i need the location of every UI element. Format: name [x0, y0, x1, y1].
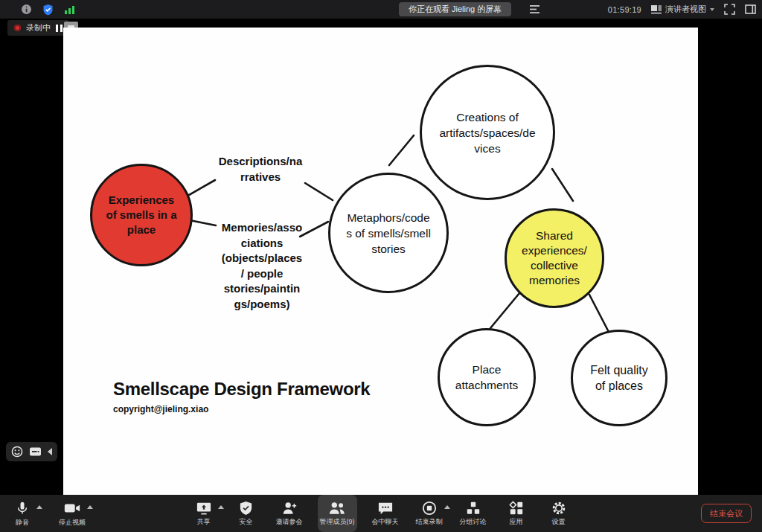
stop-recording-icon: [422, 501, 437, 516]
recording-dot-icon: [14, 25, 21, 31]
apps-label: 应用: [510, 517, 523, 527]
participants-icon: [328, 501, 346, 516]
reactions-smiley-icon[interactable]: [11, 446, 23, 458]
share-label: 共享: [197, 517, 211, 527]
participants-label: 管理成员(9): [320, 517, 355, 527]
invite-button[interactable]: 邀请参会: [274, 495, 305, 532]
diagram-title: Smellscape Design Framework: [113, 379, 370, 400]
recording-label: 录制中: [26, 22, 51, 33]
diagram-node-shared-memories: Shared experiences/ collective memories: [505, 208, 604, 308]
share-screen-icon: [196, 501, 212, 516]
menu-bar-left: [21, 0, 76, 19]
recording-indicator: 录制中: [7, 20, 69, 36]
invite-person-icon: [281, 501, 298, 516]
diagram-node-metaphors: Metaphors/code s of smells/smell stories: [328, 173, 449, 293]
watching-screen-banner: 你正在观看 Jieling 的屏幕: [399, 2, 511, 16]
reactions-pill: [6, 442, 57, 461]
fullscreen-icon[interactable]: [724, 4, 735, 15]
manage-participants-button[interactable]: 管理成员(9): [318, 495, 357, 532]
chat-label: 会中聊天: [372, 517, 399, 527]
chat-bubble-icon: [377, 501, 394, 516]
end-meeting-button[interactable]: 结束会议: [701, 504, 752, 523]
apps-grid-icon: [509, 501, 524, 516]
diagram-node-felt-quality: Felt quality of places: [571, 330, 667, 426]
invite-label: 邀请参会: [276, 517, 303, 527]
edge-label-descriptions: Descriptions/na rratives: [202, 153, 318, 185]
info-icon[interactable]: [21, 4, 32, 15]
breakout-label: 分组讨论: [460, 517, 487, 527]
diagram-node-experiences: Experiences of smells in a place: [90, 164, 193, 266]
collapse-reactions-icon[interactable]: [48, 448, 52, 455]
meeting-timer: 01:59:19: [608, 5, 641, 14]
diagram-copyright: copyright@jieling.xiao: [113, 404, 208, 414]
view-mode-label: 演讲者视图: [665, 4, 706, 15]
view-mode-caret-icon: [710, 8, 714, 11]
signal-strength-icon[interactable]: [64, 4, 76, 15]
diagram-node-creations: Creations of artifacts/spaces/de vices: [420, 65, 555, 200]
security-shield-icon: [239, 501, 253, 516]
edge-label-memories: Memories/asso ciations (objects/places /…: [202, 220, 321, 312]
view-mode-button[interactable]: 演讲者视图: [651, 4, 714, 15]
toolbar-center-group: 共享 安全 邀请参会: [0, 495, 762, 532]
diagram-node-place-attachments: Place attachments: [438, 328, 536, 426]
menu-bar-right: 01:59:19 演讲者视图: [608, 0, 756, 19]
watching-screen-text: 你正在观看 Jieling 的屏幕: [409, 4, 502, 15]
share-options-caret-icon[interactable]: [218, 505, 224, 509]
settings-label: 设置: [552, 517, 566, 527]
settings-button[interactable]: 设置: [544, 495, 574, 532]
breakout-rooms-icon: [466, 501, 481, 516]
share-screen-button[interactable]: 共享: [189, 495, 219, 532]
stop-recording-toolbar-button[interactable]: 结束录制: [414, 495, 445, 532]
recording-options-caret-icon[interactable]: [444, 505, 450, 509]
security-label: 安全: [240, 517, 253, 527]
side-panel-icon[interactable]: [745, 4, 756, 14]
meeting-toolbar: 静音 停止视频 共享: [0, 495, 762, 532]
stop-recording-label: 结束录制: [416, 517, 443, 527]
pause-recording-button[interactable]: [56, 25, 63, 32]
banner-options-icon[interactable]: [530, 4, 540, 14]
settings-gear-icon: [551, 501, 566, 516]
chat-button[interactable]: 会中聊天: [370, 495, 401, 532]
zoom-meeting-window: 你正在观看 Jieling 的屏幕 01:59:19 演讲者视图: [0, 0, 762, 532]
security-button[interactable]: 安全: [231, 495, 261, 532]
apps-button[interactable]: 应用: [502, 495, 531, 532]
speaker-view-icon: [651, 5, 662, 14]
breakout-rooms-button[interactable]: 分组讨论: [458, 495, 489, 532]
shield-icon[interactable]: [42, 4, 54, 16]
captions-icon[interactable]: [29, 446, 42, 457]
menu-bar: 你正在观看 Jieling 的屏幕 01:59:19 演讲者视图: [0, 0, 762, 19]
